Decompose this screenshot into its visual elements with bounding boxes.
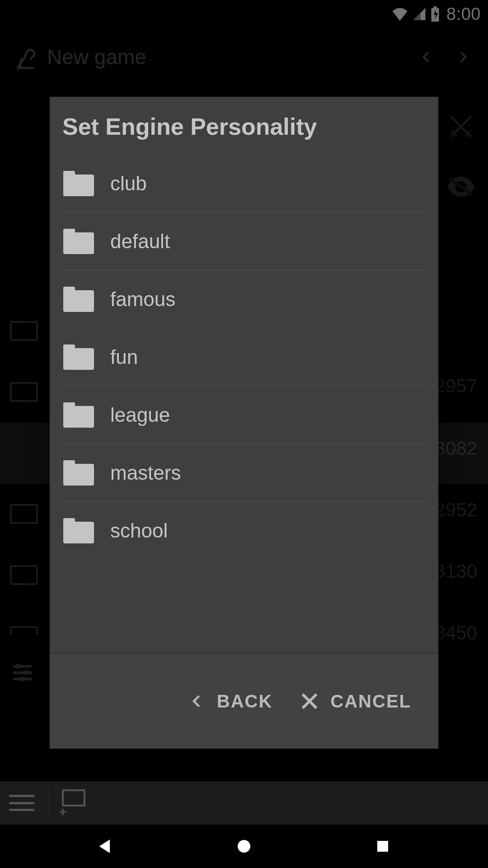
cancel-button[interactable]: CANCEL (300, 691, 411, 712)
nav-back-icon[interactable] (92, 833, 119, 860)
folder-icon (63, 344, 94, 370)
folder-icon (63, 229, 94, 254)
back-label: BACK (217, 691, 273, 712)
bottom-toolbar: + (0, 781, 488, 825)
folder-label: default (110, 230, 170, 253)
folder-item-famous[interactable]: famous (59, 270, 429, 328)
back-button[interactable]: BACK (186, 691, 273, 712)
folder-icon (63, 402, 94, 428)
folder-label: club (110, 172, 147, 195)
folder-item-default[interactable]: default (59, 212, 429, 270)
divider (48, 787, 48, 819)
folder-label: masters (110, 462, 181, 484)
cancel-label: CANCEL (330, 691, 411, 712)
close-icon (300, 691, 319, 711)
android-nav-bar (0, 825, 488, 868)
svg-rect-7 (377, 841, 388, 852)
folder-icon (63, 287, 94, 312)
add-opponent-icon[interactable]: + (62, 789, 89, 816)
dialog-title: Set Engine Personality (50, 97, 438, 155)
chevron-left-icon (186, 691, 206, 711)
folder-label: fun (110, 346, 138, 368)
folder-label: league (110, 404, 170, 426)
personality-list: club default famous fun league masters s… (50, 155, 438, 653)
folder-item-league[interactable]: league (59, 386, 429, 444)
nav-recent-icon[interactable] (369, 833, 396, 860)
svg-point-6 (238, 840, 250, 853)
folder-icon (63, 518, 94, 543)
dialog-actions: BACK CANCEL (50, 653, 438, 749)
menu-icon[interactable] (9, 790, 34, 816)
engine-personality-dialog: Set Engine Personality club default famo… (50, 97, 438, 749)
nav-home-icon[interactable] (230, 833, 258, 860)
folder-icon (63, 460, 94, 486)
folder-item-school[interactable]: school (59, 502, 429, 560)
folder-label: famous (110, 288, 175, 311)
folder-icon (63, 171, 94, 196)
folder-item-club[interactable]: club (59, 155, 429, 212)
folder-item-masters[interactable]: masters (59, 444, 429, 502)
folder-item-fun[interactable]: fun (59, 328, 429, 386)
folder-label: school (110, 519, 168, 542)
